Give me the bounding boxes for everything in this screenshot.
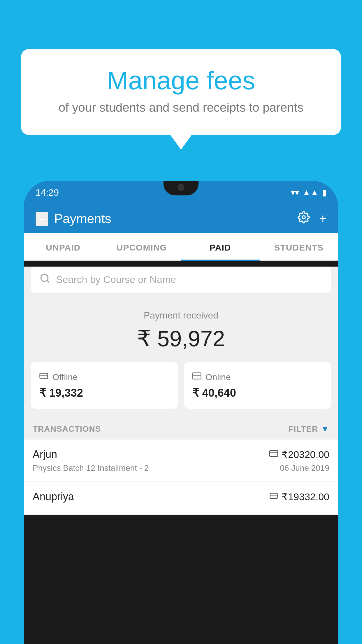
app-body: Search by Course or Name Payment receive…	[24, 267, 338, 515]
phone-device: 14:29 ▾▾ ▲▲ ▮ ← Payments + UNPAID U	[24, 181, 338, 644]
search-bar[interactable]: Search by Course or Name	[31, 267, 331, 293]
card-payment-icon	[269, 449, 278, 460]
status-icons: ▾▾ ▲▲ ▮	[291, 188, 326, 197]
status-time: 14:29	[36, 187, 59, 198]
transactions-header: TRANSACTIONS FILTER ▼	[24, 417, 338, 440]
svg-point-0	[302, 216, 305, 219]
online-amount: ₹ 40,640	[192, 386, 323, 399]
tabs-bar: UNPAID UPCOMING PAID STUDENTS	[24, 233, 338, 261]
tab-paid[interactable]: PAID	[181, 233, 260, 260]
settings-button[interactable]	[298, 211, 310, 226]
online-label: Online	[205, 372, 231, 382]
header-title: Payments	[54, 211, 111, 226]
filter-button[interactable]: FILTER ▼	[288, 424, 329, 434]
transaction-amount: ₹20320.00	[282, 449, 329, 460]
offline-card: Offline ₹ 19,332	[31, 362, 178, 409]
svg-rect-3	[40, 373, 48, 379]
offline-card-header: Offline	[39, 371, 170, 383]
add-button[interactable]: +	[319, 212, 326, 226]
table-row[interactable]: Anupriya ₹19332.00	[24, 482, 338, 515]
payment-cards: Offline ₹ 19,332 Online ₹ 40,640	[31, 362, 331, 409]
tab-unpaid[interactable]: UNPAID	[24, 233, 103, 260]
payment-received-label: Payment received	[33, 310, 329, 321]
signal-icon: ▲▲	[303, 188, 319, 197]
filter-label: FILTER	[288, 424, 318, 434]
transaction-name: Anupriya	[33, 491, 74, 503]
online-card-header: Online	[192, 371, 323, 383]
transaction-row-top: Anupriya ₹19332.00	[33, 491, 329, 503]
notch-camera	[178, 184, 184, 191]
transaction-amount-row: ₹20320.00	[269, 449, 329, 460]
transactions-label: TRANSACTIONS	[33, 424, 101, 434]
offline-amount: ₹ 19,332	[39, 386, 170, 399]
back-button[interactable]: ←	[36, 212, 48, 226]
offline-payment-icon	[269, 491, 278, 502]
payment-received-amount: ₹ 59,972	[33, 326, 329, 351]
app-header: ← Payments +	[24, 204, 338, 233]
payment-received-section: Payment received ₹ 59,972	[24, 298, 338, 362]
filter-icon: ▼	[321, 424, 329, 434]
bubble-title: Manage fees	[44, 66, 318, 95]
svg-rect-7	[270, 451, 278, 456]
wifi-icon: ▾▾	[291, 188, 299, 197]
tab-students[interactable]: STUDENTS	[260, 233, 338, 260]
transaction-course: Physics Batch 12 Installment - 2	[33, 463, 149, 473]
online-card: Online ₹ 40,640	[184, 362, 331, 409]
table-row[interactable]: Arjun ₹20320.00 Physics Batch 12 Install…	[24, 440, 338, 482]
search-icon	[40, 273, 50, 286]
svg-rect-5	[192, 373, 201, 379]
online-icon	[192, 371, 201, 383]
offline-label: Offline	[52, 372, 78, 382]
bubble-subtitle: of your students and send receipts to pa…	[44, 101, 318, 115]
header-right: +	[298, 211, 326, 226]
transaction-date: 06 June 2019	[280, 463, 329, 473]
tab-upcoming[interactable]: UPCOMING	[103, 233, 181, 260]
transaction-amount: ₹19332.00	[282, 491, 329, 503]
transaction-amount-row: ₹19332.00	[269, 491, 329, 503]
search-placeholder: Search by Course or Name	[56, 274, 176, 285]
header-left: ← Payments	[36, 211, 111, 226]
speech-bubble: Manage fees of your students and send re…	[21, 49, 341, 135]
transaction-row-top: Arjun ₹20320.00	[33, 448, 329, 461]
offline-icon	[39, 371, 48, 383]
phone-notch	[164, 181, 198, 195]
svg-line-2	[47, 280, 49, 282]
transaction-row-bottom: Physics Batch 12 Installment - 2 06 June…	[33, 463, 329, 473]
battery-icon: ▮	[322, 188, 326, 197]
transaction-name: Arjun	[33, 448, 57, 461]
svg-rect-9	[270, 493, 277, 498]
status-bar: 14:29 ▾▾ ▲▲ ▮	[24, 181, 338, 204]
